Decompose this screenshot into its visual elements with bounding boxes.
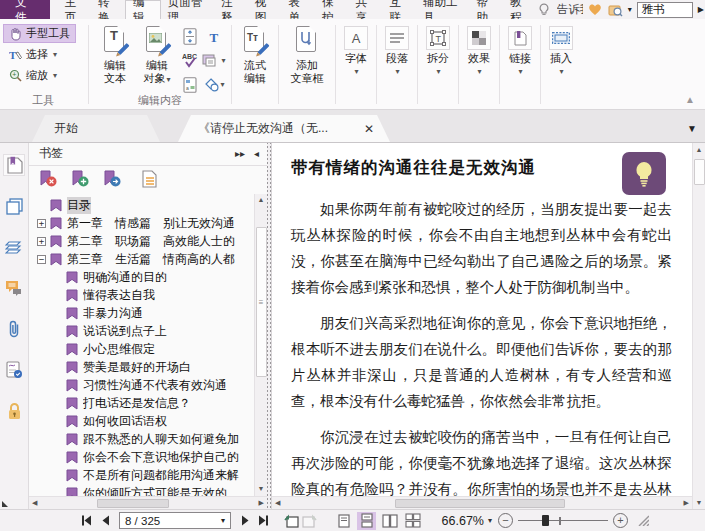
overflow-arrow[interactable]: ▶: [698, 5, 704, 14]
spellcheck-button[interactable]: ABC: [178, 50, 202, 71]
bookmark-item[interactable]: 你会不会下意识地保护自己的: [29, 448, 254, 466]
tab-document[interactable]: 《请停止无效沟通（无... ✕: [178, 115, 390, 142]
scroll-left-icon[interactable]: ◀: [32, 499, 37, 507]
insert-button[interactable]: 插入 ▾: [543, 22, 579, 109]
hand-tool-button[interactable]: 手型工具: [3, 24, 76, 43]
tab-close-icon[interactable]: ✕: [364, 122, 374, 136]
paragraph-button[interactable]: 段落 ▾: [379, 22, 415, 109]
scroll-down-icon[interactable]: ▼: [258, 485, 265, 492]
scroll-down-icon[interactable]: ▼: [696, 499, 703, 506]
split-button[interactable]: T 拆分 ▾: [420, 22, 456, 109]
tab-start[interactable]: 开始: [32, 115, 160, 142]
bookmark-item[interactable]: 非暴力沟通: [29, 304, 254, 322]
zoom-tool-button[interactable]: + 缩放▾: [3, 66, 76, 85]
zoom-slider-thumb[interactable]: [542, 515, 549, 526]
font-button[interactable]: A 字体 ▾: [338, 22, 374, 109]
scrollbar-thumb[interactable]: ≡: [256, 227, 267, 377]
expand-plus-icon[interactable]: +: [37, 237, 46, 246]
page-number-input[interactable]: 8 / 325 ▾: [119, 512, 231, 529]
previous-view-button[interactable]: [282, 513, 300, 529]
facing-view-button[interactable]: [380, 512, 399, 530]
ribbon-collapse-button[interactable]: ▲: [685, 94, 695, 105]
facing-continuous-view-button[interactable]: [403, 512, 422, 530]
bookmark-item[interactable]: 打电话还是发信息？: [29, 394, 254, 412]
zoom-dropdown-arrow[interactable]: ▾: [488, 516, 492, 525]
zoom-slider[interactable]: [518, 513, 608, 528]
callout-tool-button[interactable]: ▾: [202, 50, 226, 71]
next-page-button[interactable]: [236, 513, 254, 529]
previous-page-button[interactable]: [96, 513, 114, 529]
menu-tutorial[interactable]: 教程: [503, 0, 537, 19]
document-page[interactable]: 带有情绪的沟通往往是无效沟通 如果你两年前有被蛇咬过的经历，当朋友提出要一起去玩…: [272, 143, 692, 496]
bookmark-item[interactable]: 赞美是最好的开场白: [29, 358, 254, 376]
scrollbar-thumb[interactable]: [694, 159, 705, 185]
bookmarks-panel-icon[interactable]: [4, 155, 24, 175]
menu-edit[interactable]: 编辑: [125, 0, 161, 19]
next-view-button[interactable]: [300, 513, 318, 529]
continuous-view-button[interactable]: [357, 512, 376, 530]
menu-share[interactable]: 共享: [349, 0, 383, 19]
document-horizontal-scrollbar[interactable]: ◀ ▶: [272, 496, 692, 509]
menu-page-manage[interactable]: 页面管理: [161, 0, 214, 19]
search-icon[interactable]: [608, 2, 623, 17]
tellme-label[interactable]: 告诉我: [557, 2, 583, 17]
menu-comment[interactable]: 注释: [214, 0, 248, 19]
panel-collapse-icon[interactable]: ◂: [254, 148, 259, 159]
document-vertical-scrollbar[interactable]: ▲ ▼: [692, 143, 705, 509]
zoom-level-display[interactable]: 66.67%: [436, 514, 484, 528]
scrollbar-thumb[interactable]: [395, 499, 565, 508]
tellme-bulb-icon[interactable]: [537, 2, 552, 17]
scroll-right-icon[interactable]: ▶: [259, 499, 264, 507]
menu-connect[interactable]: 互联: [382, 0, 416, 19]
bookmark-item[interactable]: 小心思维假定: [29, 340, 254, 358]
expand-plus-icon[interactable]: +: [37, 219, 46, 228]
add-text-button[interactable]: T: [202, 26, 226, 47]
menu-form[interactable]: 表单: [281, 0, 315, 19]
bookmark-item[interactable]: 明确沟通的目的: [29, 268, 254, 286]
bookmark-item[interactable]: 不是所有问题都能用沟通来解: [29, 466, 254, 484]
merge-split-text-button[interactable]: [178, 26, 202, 47]
link-button[interactable]: 链接 ▾: [502, 22, 538, 109]
effects-button[interactable]: 效果 ▾: [461, 22, 497, 109]
collapse-minus-icon[interactable]: −: [37, 255, 46, 264]
account-box[interactable]: 雅书: [637, 2, 693, 18]
menu-protect[interactable]: 保护: [315, 0, 349, 19]
pages-panel-icon[interactable]: [4, 196, 24, 216]
scrollbar-thumb[interactable]: [97, 499, 169, 508]
goto-bookmark-button[interactable]: [103, 170, 122, 190]
bookmarks-horizontal-scrollbar[interactable]: ◀ ▶: [29, 496, 267, 509]
menu-view[interactable]: 视图: [248, 0, 282, 19]
menu-convert[interactable]: 转换: [91, 0, 125, 19]
comments-panel-icon[interactable]: [4, 278, 24, 298]
file-menu-button[interactable]: 文件: [0, 0, 50, 19]
bookmark-item[interactable]: 习惯性沟通不代表有效沟通: [29, 376, 254, 394]
zoom-in-button[interactable]: +: [613, 513, 628, 528]
menu-help[interactable]: 帮助: [469, 0, 503, 19]
scroll-right-icon[interactable]: ▶: [684, 499, 689, 507]
panel-options-icon[interactable]: ▸▸: [235, 148, 245, 159]
add-bookmark-button[interactable]: [71, 170, 90, 190]
bookmark-item[interactable]: + 第二章 职场篇 高效能人士的: [29, 232, 254, 250]
single-page-view-button[interactable]: [334, 512, 353, 530]
first-page-button[interactable]: [78, 513, 96, 529]
resize-grip[interactable]: [637, 514, 649, 528]
flow-edit-button[interactable]: Tт 流式 编辑: [234, 22, 276, 109]
attachments-panel-icon[interactable]: [4, 319, 24, 339]
search-dropdown-arrow[interactable]: ▾: [628, 5, 632, 14]
edit-text-button[interactable]: T 编辑 文本: [94, 22, 136, 95]
security-panel-icon[interactable]: [4, 401, 24, 421]
expand-bookmarks-button[interactable]: [141, 170, 157, 190]
scroll-up-icon[interactable]: ▲: [258, 196, 265, 203]
delete-bookmark-button[interactable]: [39, 170, 58, 190]
shape-tool-button[interactable]: ▾: [202, 74, 226, 95]
bookmark-item[interactable]: 如何收回话语权: [29, 412, 254, 430]
bookmark-item[interactable]: 说话说到点子上: [29, 322, 254, 340]
add-article-box-button[interactable]: 添加 文章框: [281, 22, 333, 109]
favorite-heart-icon[interactable]: [588, 2, 603, 17]
bookmark-item[interactable]: 你的倾听方式可能是无效的: [29, 484, 254, 496]
bookmark-item[interactable]: 跟不熟悉的人聊天如何避免加: [29, 430, 254, 448]
panel-corner-grip[interactable]: [2, 501, 8, 507]
bookmark-item[interactable]: − 第三章 生活篇 情商高的人都: [29, 250, 254, 268]
scroll-left-icon[interactable]: ◀: [275, 499, 280, 507]
signature-panel-icon[interactable]: [4, 360, 24, 380]
